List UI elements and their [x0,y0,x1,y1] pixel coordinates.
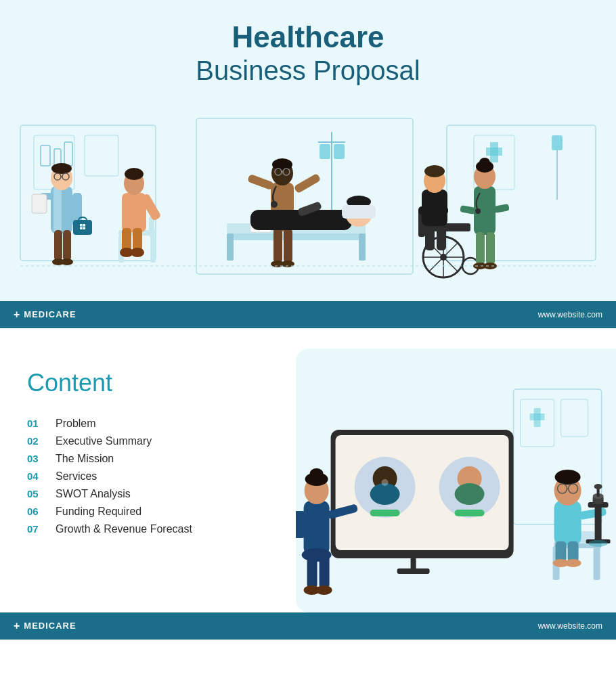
svg-rect-64 [284,229,292,263]
svg-text:+: + [81,224,83,229]
brand-label: MEDICARE [24,309,76,319]
plus-icon: + [14,309,20,321]
toc-number: 04 [27,470,45,482]
toc-item: 06 Funding Required [27,506,296,518]
svg-rect-125 [296,511,306,538]
svg-rect-87 [437,227,446,250]
svg-rect-20 [486,148,502,156]
slide2-right [296,349,616,612]
toc-item: 02 Executive Summary [27,435,296,447]
svg-point-144 [565,559,581,567]
slide1-footer-brand: + MEDICARE [14,309,76,321]
svg-rect-86 [425,227,435,250]
svg-rect-10 [320,144,330,159]
toc-number: 06 [27,506,45,517]
svg-rect-105 [529,413,544,420]
brand-label2: MEDICARE [24,621,76,631]
svg-point-54 [131,248,144,257]
svg-rect-15 [359,233,366,261]
svg-rect-141 [555,541,566,562]
svg-rect-116 [454,510,484,516]
toc-label: Services [56,470,97,483]
svg-point-150 [594,484,602,489]
svg-point-111 [370,483,399,505]
svg-point-67 [271,201,278,208]
svg-rect-14 [227,233,234,261]
svg-point-123 [309,468,323,479]
svg-point-129 [315,585,332,595]
svg-rect-145 [594,504,601,541]
slide2: Content 01 Problem 02 Executive Summary … [0,349,616,640]
toc-label: Funding Required [56,506,141,518]
svg-rect-85 [418,206,448,215]
toc-item: 07 Growth & Revenue Forecast [27,523,296,535]
svg-rect-26 [63,230,71,261]
svg-rect-133 [593,546,600,580]
toc-item: 03 The Mission [27,453,296,465]
svg-point-84 [424,165,445,177]
toc-number: 01 [27,418,45,429]
svg-rect-24 [53,187,62,231]
svg-point-30 [51,163,72,174]
slide2-footer-brand: + MEDICARE [14,620,76,632]
slide2-inner: Content 01 Problem 02 Executive Summary … [0,349,616,612]
svg-rect-142 [567,541,578,562]
svg-rect-25 [54,230,62,261]
title-bold: Healthcare [0,20,616,55]
toc-item: 04 Services [27,470,296,483]
toc-number: 02 [27,435,45,447]
toc-label: SWOT Analysis [56,488,131,500]
svg-rect-72 [342,205,376,219]
svg-point-57 [272,158,292,171]
svg-point-114 [454,483,484,505]
slide2-footer: + MEDICARE www.website.com [0,612,616,640]
svg-rect-95 [486,232,495,265]
svg-rect-35 [32,194,47,213]
svg-rect-0 [0,98,616,301]
slide1-footer-website: www.website.com [538,310,602,319]
slide2-footer-website: www.website.com [538,621,602,631]
svg-rect-119 [303,501,329,555]
svg-rect-134 [554,501,581,545]
slide1-footer: + MEDICARE www.website.com [0,301,616,328]
svg-point-28 [61,259,73,265]
svg-point-152 [588,540,607,547]
svg-rect-115 [370,510,399,516]
plus-icon2: + [14,620,20,632]
svg-point-136 [554,470,580,485]
illustration-area: + [0,98,616,301]
slide1: Healthcare Business Proposal [0,0,616,328]
toc-label: Growth & Revenue Forecast [56,523,192,535]
svg-rect-94 [476,232,485,265]
toc-list: 01 Problem 02 Executive Summary 03 The M… [27,418,296,535]
content-heading: Content [27,369,296,397]
svg-rect-11 [334,144,345,159]
toc-item: 05 SWOT Analysis [27,488,296,500]
toc-number: 05 [27,488,45,499]
svg-rect-127 [319,552,329,589]
svg-point-98 [475,208,481,214]
svg-rect-21 [552,135,563,150]
svg-rect-126 [307,552,317,589]
toc-label: Problem [56,418,96,430]
slide1-title: Healthcare Business Proposal [0,20,616,86]
toc-label: Executive Summary [56,435,152,447]
toc-number: 03 [27,453,45,464]
svg-rect-118 [397,568,429,574]
slide2-left: Content 01 Problem 02 Executive Summary … [0,349,296,612]
toc-number: 07 [27,523,45,535]
svg-rect-63 [273,229,282,263]
svg-point-112 [381,479,388,486]
svg-point-91 [479,158,490,167]
toc-item: 01 Problem [27,418,296,430]
title-light: Business Proposal [0,55,616,86]
slide-gap [0,328,616,349]
svg-point-49 [125,168,144,180]
toc-label: The Mission [56,453,114,465]
svg-rect-46 [150,236,156,263]
svg-point-97 [483,263,497,269]
